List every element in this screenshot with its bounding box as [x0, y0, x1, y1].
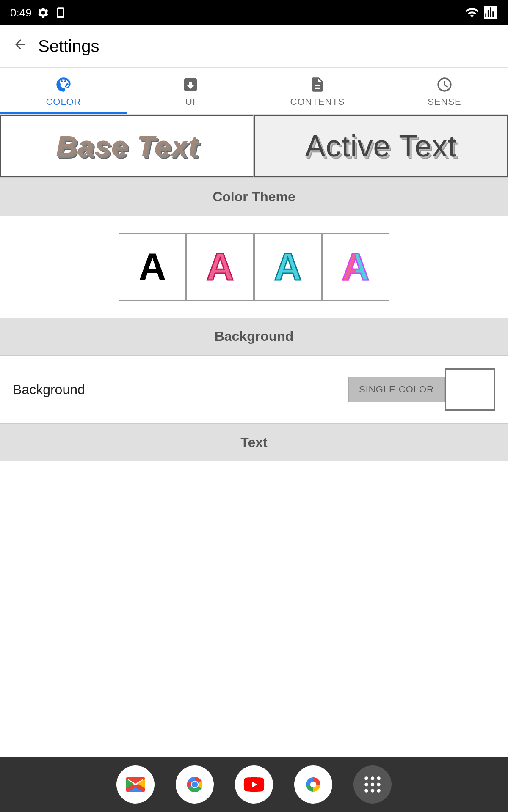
- main-content: COLOR UI CONTENTS SENSE Base Text: [0, 68, 508, 516]
- status-bar-right: [465, 5, 498, 20]
- status-bar: 0:49: [0, 0, 508, 25]
- palette-icon: [55, 76, 72, 93]
- background-row-label: Background: [13, 382, 85, 398]
- svg-point-13: [371, 783, 374, 786]
- svg-point-9: [364, 776, 368, 780]
- base-text-box[interactable]: Base Text: [0, 115, 254, 177]
- color-theme-grid: A A A A: [0, 216, 508, 318]
- tab-contents[interactable]: CONTENTS: [254, 68, 381, 114]
- active-text-box[interactable]: Active Text: [254, 115, 508, 177]
- clock-circle-icon: [436, 76, 453, 93]
- wifi-icon: [465, 5, 479, 20]
- nav-youtube-icon[interactable]: [235, 765, 273, 804]
- text-preview-area: Base Text Active Text: [0, 115, 508, 178]
- color-theme-item-pink[interactable]: A: [186, 233, 254, 301]
- nav-apps-icon[interactable]: [353, 765, 392, 804]
- gear-icon: [37, 6, 50, 19]
- color-theme-letter-teal: A: [274, 245, 302, 289]
- nav-photos-icon[interactable]: [294, 765, 332, 804]
- signal-icon: [483, 5, 498, 20]
- tab-contents-label: CONTENTS: [290, 96, 345, 107]
- tab-sense-label: SENSE: [428, 96, 461, 107]
- page-title: Settings: [38, 37, 99, 56]
- background-options: SINGLE COLOR: [348, 368, 495, 411]
- status-time: 0:49: [10, 6, 32, 19]
- download-box-icon: [182, 76, 199, 93]
- svg-point-8: [310, 782, 317, 788]
- active-text-label: Active Text: [305, 129, 457, 163]
- tab-color-label: COLOR: [46, 96, 81, 107]
- svg-point-1: [61, 80, 63, 82]
- tab-sense[interactable]: SENSE: [381, 68, 508, 114]
- svg-point-7: [192, 782, 198, 787]
- status-bar-left: 0:49: [10, 6, 66, 19]
- app-bar: Settings: [0, 25, 508, 68]
- svg-point-3: [66, 83, 69, 85]
- background-section-header: Background: [0, 318, 508, 355]
- svg-point-12: [364, 783, 368, 786]
- color-theme-letter-black: A: [139, 245, 166, 289]
- svg-point-17: [377, 789, 380, 792]
- color-theme-item-black[interactable]: A: [119, 233, 186, 301]
- screenshot-icon: [55, 7, 66, 19]
- svg-point-11: [377, 776, 380, 780]
- tab-color[interactable]: COLOR: [0, 68, 127, 114]
- color-theme-letter-pink: A: [207, 245, 234, 289]
- nav-chrome-icon[interactable]: [176, 765, 214, 804]
- tab-ui[interactable]: UI: [127, 68, 254, 114]
- background-row: Background SINGLE COLOR: [0, 356, 508, 423]
- color-swatch-white[interactable]: [444, 368, 495, 411]
- svg-point-16: [371, 789, 374, 792]
- svg-point-15: [364, 789, 368, 792]
- tab-bar: COLOR UI CONTENTS SENSE: [0, 68, 508, 115]
- color-theme-item-mixed[interactable]: A: [322, 233, 389, 301]
- svg-point-10: [371, 776, 374, 780]
- single-color-button[interactable]: SINGLE COLOR: [348, 377, 444, 402]
- tab-ui-label: UI: [185, 96, 196, 107]
- color-theme-section-header: Color Theme: [0, 178, 508, 216]
- color-theme-letter-mixed: A: [342, 245, 370, 289]
- base-text-label: Base Text: [56, 129, 199, 162]
- document-icon: [309, 76, 326, 93]
- nav-gmail-icon[interactable]: [116, 765, 155, 804]
- svg-point-14: [377, 783, 380, 786]
- bottom-nav: [0, 757, 508, 812]
- color-theme-item-teal[interactable]: A: [254, 233, 322, 301]
- svg-point-2: [64, 80, 66, 82]
- back-button[interactable]: [13, 37, 28, 56]
- text-section-header: Text: [0, 424, 508, 461]
